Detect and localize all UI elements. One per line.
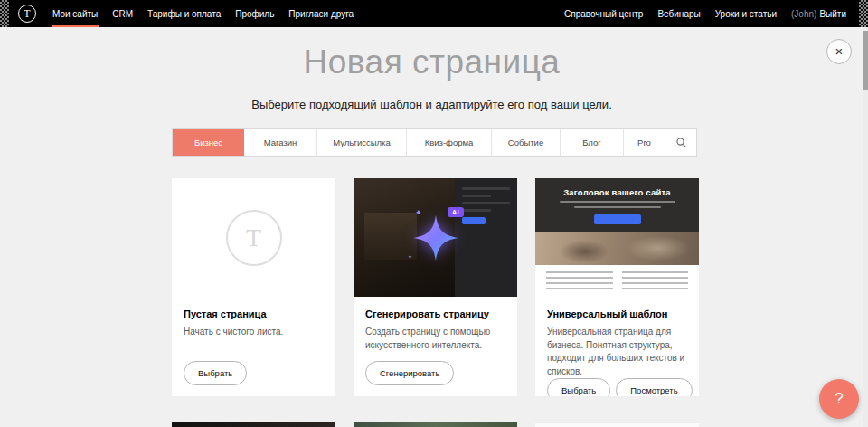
ai-badge: AI (448, 207, 464, 217)
preview-header: Заголовок вашего сайта (535, 178, 699, 232)
card-body: Сгенерировать страницу Создать страницу … (354, 297, 517, 396)
universal-template-thumbnail[interactable]: Заголовок вашего сайта (535, 178, 699, 297)
page-title: Новая страница (0, 43, 863, 81)
secondary-nav: Справочный центр Вебинары Уроки и статьи… (557, 0, 854, 27)
user-label: (John) (791, 9, 816, 19)
new-page-modal: T Мои сайты CRM Тарифы и оплата Профиль … (0, 0, 868, 427)
card-blank-page: T Пустая страница Начать с чистого листа… (172, 178, 335, 396)
template-cards-grid: T Пустая страница Начать с чистого листа… (172, 178, 699, 427)
nav-tariffs-payment[interactable]: Тарифы и оплата (140, 0, 228, 27)
close-button[interactable]: × (826, 39, 852, 64)
card-actions: Выбрать Посмотреть (547, 378, 687, 396)
choose-template-button[interactable]: Выбрать (547, 378, 610, 396)
blank-page-thumbnail[interactable]: T (172, 178, 335, 297)
tilda-mark-icon: T (226, 210, 282, 266)
placeholder-text-column (546, 271, 613, 290)
logout-link[interactable]: Выйти (819, 9, 846, 19)
ai-thumb-template-panel (455, 178, 517, 297)
nav-invite-friend[interactable]: Пригласи друга (281, 0, 361, 27)
tab-search[interactable] (665, 129, 696, 156)
preview-cta-button (594, 214, 641, 224)
card-next-row (172, 422, 335, 427)
placeholder-bar (462, 209, 491, 212)
placeholder-button-bar (462, 217, 486, 224)
placeholder-text-line (574, 206, 661, 208)
main-nav: Мои сайты CRM Тарифы и оплата Профиль Пр… (45, 0, 361, 27)
placeholder-text-line (560, 201, 675, 203)
tab-event[interactable]: Событие (492, 129, 561, 156)
tab-shop[interactable]: Магазин (244, 129, 317, 156)
card-universal-template: Заголовок вашего сайта Универсальный шаб… (535, 178, 699, 396)
close-icon: × (835, 44, 844, 58)
card-title: Универсальный шаблон (547, 308, 687, 319)
preview-photo (535, 232, 699, 265)
card-body: Пустая страница Начать с чистого листа. … (172, 297, 335, 396)
tab-multilink[interactable]: Мультиссылка (317, 129, 407, 156)
template-thumbnail[interactable] (535, 422, 699, 427)
tab-business[interactable]: Бизнес (173, 129, 244, 156)
scrollbar-track[interactable] (863, 27, 868, 427)
card-next-row (354, 422, 517, 427)
preview-heading: Заголовок вашего сайта (535, 187, 699, 197)
placeholder-text-column (622, 271, 689, 290)
tilda-mark-letter: T (246, 223, 261, 252)
nav-webinars[interactable]: Вебинары (650, 0, 707, 27)
generate-button[interactable]: Сгенерировать (365, 361, 454, 385)
card-actions: Выбрать (184, 361, 324, 385)
nav-profile[interactable]: Профиль (228, 0, 281, 27)
ai-generate-thumbnail[interactable]: ✦ ✦ AI (354, 178, 517, 297)
logo-letter: T (24, 8, 30, 19)
card-description: Создать страницу с помощью искусственног… (365, 326, 505, 352)
card-description: Начать с чистого листа. (184, 326, 324, 339)
template-thumbnail[interactable] (172, 422, 335, 427)
ai-sparkle-icon (412, 214, 459, 261)
page-subtitle: Выберите подходящий шаблон и адаптируйте… (0, 98, 863, 111)
nav-lessons-articles[interactable]: Уроки и статьи (708, 0, 784, 27)
preview-text-columns (535, 265, 699, 297)
template-category-tabs: Бизнес Магазин Мультиссылка Квиз-форма С… (172, 128, 697, 157)
window-edge-pattern-right (859, 0, 868, 27)
placeholder-bar (462, 187, 510, 190)
card-next-row (535, 422, 699, 427)
placeholder-bar (462, 202, 510, 204)
topbar: T Мои сайты CRM Тарифы и оплата Профиль … (0, 0, 868, 27)
template-thumbnail[interactable] (354, 422, 517, 427)
card-actions: Сгенерировать (365, 361, 505, 385)
user-logout[interactable]: (John) Выйти (784, 0, 854, 27)
preview-template-button[interactable]: Посмотреть (616, 378, 692, 396)
scrollbar-thumb[interactable] (863, 31, 868, 90)
help-button[interactable]: ? (819, 379, 859, 419)
nav-help-center[interactable]: Справочный центр (557, 0, 650, 27)
window-edge-pattern-left (0, 0, 9, 27)
tab-quiz-form[interactable]: Квиз-форма (407, 129, 492, 156)
choose-blank-button[interactable]: Выбрать (184, 361, 247, 385)
tilda-logo[interactable]: T (18, 5, 36, 23)
tab-blog[interactable]: Блог (561, 129, 624, 156)
nav-my-sites[interactable]: Мои сайты (45, 0, 105, 27)
nav-crm[interactable]: CRM (105, 0, 140, 27)
card-body: Универсальный шаблон Универсальная стран… (535, 297, 699, 396)
card-ai-generate: ✦ ✦ AI Сгенерировать страницу Со (354, 178, 517, 396)
search-icon (675, 137, 687, 148)
ai-thumb-shelf-shape (364, 213, 417, 260)
card-description: Универсальная страница для бизнеса. Поня… (547, 326, 687, 378)
card-title: Сгенерировать страницу (365, 308, 505, 319)
card-title: Пустая страница (184, 308, 324, 319)
tab-pro[interactable]: Pro (624, 129, 665, 156)
placeholder-bar (462, 195, 491, 197)
